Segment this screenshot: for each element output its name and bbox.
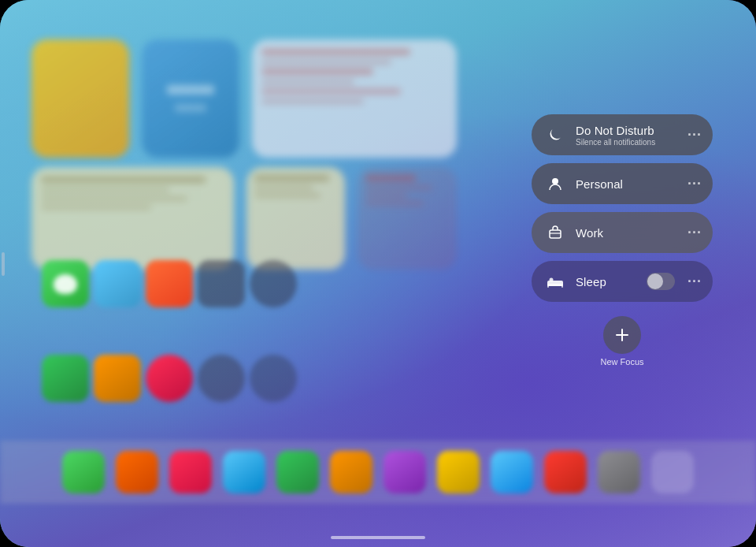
dock [0, 441, 756, 504]
do-not-disturb-subtitle: Silence all notifications [576, 138, 676, 147]
plus-icon [614, 327, 630, 343]
dock-icon-9 [544, 451, 587, 493]
personal-label-group: Personal [576, 177, 676, 191]
sleep-toggle[interactable] [647, 273, 675, 290]
dock-icon-1 [116, 451, 158, 493]
mid-apps-row2 [0, 339, 339, 418]
svg-rect-1 [550, 230, 561, 238]
dock-icon-3 [223, 451, 265, 493]
svg-rect-6 [547, 285, 549, 288]
sleep-label-group: Sleep [576, 275, 639, 288]
new-focus-circle [603, 316, 641, 354]
dock-icon-7 [437, 451, 480, 493]
sleep-more[interactable]: ··· [687, 274, 702, 290]
work-title: Work [576, 226, 676, 240]
work-label-group: Work [576, 226, 676, 240]
dock-icon-5 [330, 451, 372, 493]
personal-more[interactable]: ··· [687, 176, 702, 192]
briefcase-icon-wrap [543, 220, 568, 245]
side-button [2, 252, 5, 276]
moon-icon [547, 127, 563, 143]
dock-icon-8 [491, 451, 533, 493]
sleep-title: Sleep [576, 275, 639, 288]
dock-icon-11 [651, 451, 694, 493]
home-indicator[interactable] [331, 536, 425, 539]
person-icon [547, 176, 563, 192]
work-more[interactable]: ··· [687, 225, 702, 241]
personal-title: Personal [576, 177, 676, 191]
do-not-disturb-label-group: Do Not Disturb Silence all notifications [576, 124, 676, 147]
bed-icon-wrap [543, 269, 568, 294]
moon-icon-wrap [543, 122, 568, 147]
focus-item-personal[interactable]: Personal ··· [532, 163, 713, 204]
sleep-toggle-knob [647, 274, 663, 289]
dock-icon-10 [598, 451, 640, 493]
briefcase-icon [547, 225, 563, 240]
svg-rect-7 [561, 285, 563, 288]
focus-panel: Do Not Disturb Silence all notifications… [532, 114, 713, 367]
ipad-frame: Do Not Disturb Silence all notifications… [0, 0, 756, 547]
svg-point-5 [550, 278, 554, 282]
focus-item-sleep[interactable]: Sleep ··· [532, 261, 713, 302]
new-focus-label: New Focus [600, 357, 643, 367]
dock-icon-2 [169, 451, 212, 493]
focus-item-do-not-disturb[interactable]: Do Not Disturb Silence all notifications… [532, 114, 713, 155]
dock-icon-messages [62, 451, 105, 493]
new-focus-button[interactable]: New Focus [600, 316, 643, 367]
dock-icon-4 [276, 451, 319, 493]
svg-rect-4 [547, 284, 563, 286]
bed-icon [547, 274, 564, 288]
dock-icon-6 [384, 451, 426, 493]
do-not-disturb-more[interactable]: ··· [687, 127, 702, 143]
do-not-disturb-title: Do Not Disturb [576, 124, 676, 137]
mid-apps-row [0, 244, 339, 323]
focus-item-work[interactable]: Work ··· [532, 212, 713, 253]
person-icon-wrap [543, 171, 568, 196]
svg-point-0 [552, 178, 558, 184]
